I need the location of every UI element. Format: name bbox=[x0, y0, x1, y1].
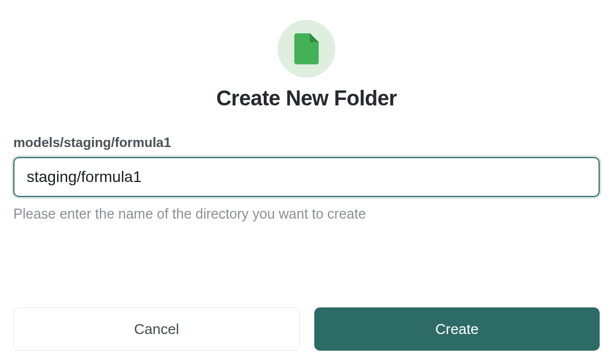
file-icon bbox=[294, 33, 319, 64]
create-button[interactable]: Create bbox=[314, 307, 600, 351]
path-label: models/staging/formula1 bbox=[13, 135, 600, 150]
create-folder-dialog: Create New Folder models/staging/formula… bbox=[0, 0, 613, 364]
folder-name-input[interactable] bbox=[13, 157, 600, 197]
helper-text: Please enter the name of the directory y… bbox=[13, 206, 600, 222]
dialog-icon-circle bbox=[278, 20, 335, 78]
cancel-button[interactable]: Cancel bbox=[13, 307, 300, 351]
spacer bbox=[13, 222, 600, 299]
dialog-title: Create New Folder bbox=[13, 87, 600, 110]
button-row: Cancel Create bbox=[13, 307, 600, 351]
